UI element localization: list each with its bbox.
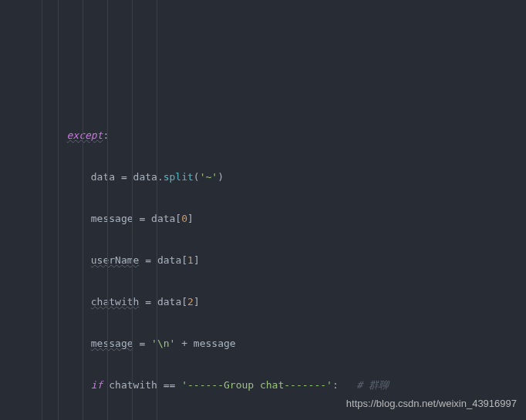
code-line: data = data.split('~') bbox=[49, 166, 526, 187]
code-area[interactable]: except: data = data.split('~') message =… bbox=[42, 0, 526, 420]
editor-gutter bbox=[0, 0, 42, 420]
code-line: message = data[0] bbox=[49, 208, 526, 229]
keyword-if: if bbox=[91, 379, 103, 391]
code-line: except: bbox=[49, 125, 526, 146]
watermark-text: https://blog.csdn.net/weixin_43916997 bbox=[346, 393, 517, 414]
comment: # 群聊 bbox=[339, 379, 389, 391]
code-line: if chatwith == '------Group chat-------'… bbox=[49, 375, 526, 395]
code-line: if userName == user: bbox=[49, 416, 526, 420]
code-editor: except: data = data.split('~') message =… bbox=[0, 0, 526, 420]
code-line: message = '\n' + message bbox=[49, 333, 526, 354]
keyword-except: except bbox=[66, 129, 103, 141]
code-line: chatwith = data[2] bbox=[49, 291, 526, 312]
code-line: userName = data[1] bbox=[49, 250, 526, 270]
